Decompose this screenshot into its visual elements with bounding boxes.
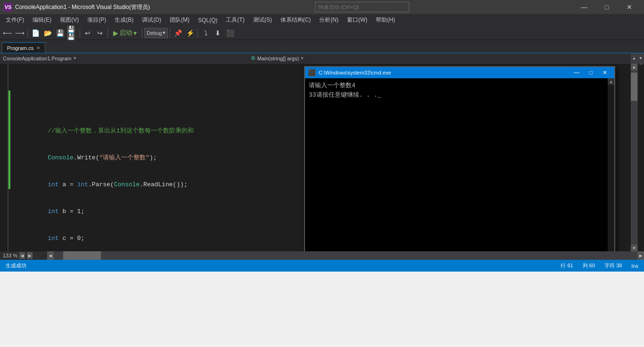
nav-scroll-down[interactable]: ▼ [637,53,644,64]
toolbar-stepinto[interactable]: ⬇ [212,27,223,39]
nav-method-label: Main(string[] args) [257,56,299,61]
bottom-scroll-area: 133 % ◀ ▶ ◀ ▶ [0,251,644,260]
cmd-window: ⬛ C:\Windows\system32\cmd.exe — □ ✕ 请输入一… [304,66,615,251]
toolbar-stepover[interactable]: ⤵ [200,27,211,39]
toolbar-stop[interactable]: ⬛ [224,27,236,39]
close-button[interactable]: ✕ [619,0,640,14]
cmd-icon: ⬛ [308,69,316,76]
nav-method-arrow: ▾ [301,55,304,61]
hscroll-right[interactable]: ▶ [637,251,644,260]
restore-button[interactable]: □ [596,0,618,14]
menu-test[interactable]: 测试(S) [249,14,276,26]
menu-team[interactable]: 团队(M) [166,14,193,26]
toolbar: ⟵ ⟶ 📄 📂 💾 💾💾 ↩ ↪ ▶ 启动 ▾ Debug ▾ 📌 ⚡ ⤵ ⬇ … [0,26,644,40]
status-col: 列 60 [583,262,595,269]
toolbar-start[interactable]: ▶ 启动 ▾ [110,27,140,39]
start-arrow: ▾ [133,29,137,37]
cmd-close-button[interactable]: ✕ [598,67,611,78]
toolbar-perf[interactable]: ⚡ [184,27,196,39]
nav-file-dropdown[interactable]: ConsoleApplication1.Program ▾ [0,53,248,63]
hscroll-bar[interactable] [54,251,637,260]
menu-project[interactable]: 项目(P) [83,14,110,26]
toolbar-sep3 [107,28,108,38]
zoom-area: 133 % ◀ ▶ [0,252,47,259]
nav-bar: ConsoleApplication1.Program ▾ ⚙ Main(str… [0,53,644,64]
svg-text:VS: VS [5,4,12,10]
cmd-title-bar: ⬛ C:\Windows\system32\cmd.exe — □ ✕ [305,67,614,78]
toolbar-open[interactable]: 📂 [42,27,53,39]
cmd-line1: 请输入一个整数4 [309,81,604,91]
menu-debug[interactable]: 调试(D) [138,14,165,26]
hscroll-thumb[interactable] [63,251,101,260]
left-gutter [0,64,8,251]
menu-file[interactable]: 文件(F) [2,14,28,26]
nav-method-icon: ⚙ [251,55,256,61]
menu-view[interactable]: 视图(V) [56,14,83,26]
toolbar-attach[interactable]: 📌 [172,27,183,39]
menu-build[interactable]: 生成(B) [111,14,137,26]
title-text: ConsoleApplication1 - Microsoft Visual S… [15,3,150,11]
toolbar-new[interactable]: 📄 [30,27,41,39]
menu-bar: 文件(F) 编辑(E) 视图(V) 项目(P) 生成(B) 调试(D) 团队(M… [0,14,644,26]
toolbar-save[interactable]: 💾 [54,27,66,39]
cmd-scroll-track [608,85,614,251]
right-panel-label: 测试逻辑编码器 [639,65,644,68]
start-icon: ▶ [113,29,118,37]
cmd-restore-button[interactable]: □ [584,67,597,78]
zoom-increase[interactable]: ▶ [27,252,33,259]
toolbar-sep2 [80,28,80,38]
toolbar-undo[interactable]: ↩ [82,27,93,39]
tab-program-cs[interactable]: Program.cs ✕ [2,42,45,53]
tab-close[interactable]: ✕ [36,45,40,50]
start-label: 启动 [119,29,132,37]
toolbar-forward[interactable]: ⟶ [14,27,25,39]
status-mode: Ins [631,263,638,269]
status-build-result: 生成成功 [6,262,26,269]
toolbar-saveall[interactable]: 💾💾 [66,27,78,39]
cmd-line2: 33请按任意键继续. . ._ [309,91,604,100]
menu-help[interactable]: 帮助(H) [372,14,399,26]
toolbar-sep6 [198,28,198,38]
debug-mode-dropdown[interactable]: Debug ▾ [144,28,168,38]
menu-tools[interactable]: 工具(T) [222,14,248,26]
scroll-down-arrow[interactable]: ▼ [631,245,637,251]
cmd-output: 请输入一个整数4 33请按任意键继续. . ._ [305,78,608,251]
toolbar-redo[interactable]: ↪ [94,27,106,39]
h-scroll-track[interactable]: ◀ ▶ [47,251,644,260]
nav-file-label: ConsoleApplication1.Program [3,56,72,61]
toolbar-sep5 [170,28,170,38]
vs-icon: VS [4,3,12,11]
nav-scroll-up[interactable]: ▲ [631,53,637,64]
hscroll-left[interactable]: ◀ [47,251,54,260]
title-bar: VS ConsoleApplication1 - Microsoft Visua… [0,0,644,14]
quick-launch-input[interactable] [315,2,409,12]
menu-window[interactable]: 窗口(W) [343,14,371,26]
cmd-minimize-button[interactable]: — [570,67,583,78]
cmd-title-text: C:\Windows\system32\cmd.exe [319,70,391,75]
debug-dropdown-arrow: ▾ [163,30,165,36]
status-char: 字符 38 [604,262,622,269]
toolbar-back[interactable]: ⟵ [2,27,13,39]
status-row: 行 61 [561,262,573,269]
nav-method-dropdown[interactable]: ⚙ Main(string[] args) ▾ [248,53,389,63]
tab-bar: Program.cs ✕ [0,40,644,53]
zoom-decrease[interactable]: ◀ [19,252,25,259]
cmd-scroll-up[interactable]: ▲ [608,78,614,85]
scroll-up-arrow[interactable]: ▲ [631,64,637,70]
minimize-button[interactable]: — [573,0,595,14]
line-numbers [10,64,29,251]
toolbar-sep1 [27,28,28,38]
menu-edit[interactable]: 编辑(E) [29,14,55,26]
menu-analyze[interactable]: 分析(N) [315,14,342,26]
toolbar-sep4 [142,28,142,38]
menu-sql[interactable]: SQL(Q) [194,14,221,26]
cmd-cursor: _ [378,91,381,99]
nav-file-arrow: ▾ [74,55,76,61]
menu-arch[interactable]: 体系结构(C) [277,14,315,26]
zoom-label: 133 % [3,253,17,258]
status-bar: 生成成功 行 61 列 60 字符 38 Ins [0,260,644,272]
cmd-scrollbar[interactable]: ▲ ▼ [608,78,614,251]
right-scrollbar[interactable]: ▲ ▼ [631,64,637,251]
tab-filename: Program.cs [7,45,33,51]
scroll-thumb[interactable] [631,73,637,101]
